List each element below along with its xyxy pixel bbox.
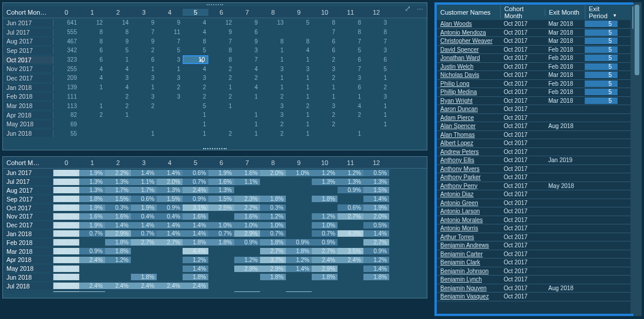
cell[interactable]: 3 (260, 66, 286, 72)
cell[interactable]: 7 (131, 29, 157, 35)
col-header[interactable]: 6 (208, 159, 234, 166)
cell[interactable]: 2.4% (79, 283, 105, 289)
table-row[interactable]: Antonio GreenOct 2017 (437, 199, 638, 208)
cell[interactable]: 8 (363, 29, 389, 35)
cell[interactable]: 3 (260, 103, 286, 109)
cell[interactable]: 3 (260, 112, 286, 118)
cell[interactable]: 2 (105, 103, 131, 109)
cell[interactable]: 3 (157, 56, 183, 63)
table-row[interactable]: Jun 2017100.0%1.9%2.2%1.4%1.4%0.6%1.9%1.… (3, 169, 427, 177)
cell[interactable]: 1.5% (105, 196, 131, 202)
col-header[interactable]: 2 (105, 159, 131, 166)
cell[interactable]: 1 (286, 84, 312, 90)
row-label[interactable]: Jun 2018 (3, 274, 53, 281)
col-header[interactable]: 9 (286, 159, 312, 166)
cell[interactable]: 1.8% (79, 196, 105, 202)
cell[interactable]: 4 (105, 84, 131, 90)
table-row[interactable]: Aug 2018100.0%3.2%3.2%3.2% (3, 290, 427, 292)
col-header[interactable]: 1 (79, 9, 105, 16)
hdr-customer-names[interactable]: Customer Names (437, 9, 500, 16)
cell[interactable]: 2.9% (260, 266, 286, 272)
col-header[interactable]: 11 (338, 159, 363, 166)
cell[interactable]: 0.9% (312, 239, 338, 246)
row-label[interactable]: Apr 2018 (3, 256, 53, 263)
row-label[interactable]: Aug 2017 (3, 187, 53, 194)
focus-mode-icon[interactable]: ⤢ (404, 4, 411, 13)
table-row[interactable]: Dec 2017100.0%1.9%1.4%1.4%1.4%1.4%1.0%1.… (3, 221, 427, 230)
table-row[interactable]: Christopher WeaverOct 2017Mar 20185 (437, 37, 638, 46)
cell[interactable]: 100.0% (53, 230, 79, 237)
cell[interactable]: 7 (363, 38, 389, 45)
cell[interactable]: 4 (234, 66, 260, 72)
cell[interactable]: 9 (131, 19, 157, 26)
cell[interactable]: 1.2% (312, 170, 338, 176)
cell[interactable]: 1.3% (208, 187, 234, 193)
cell[interactable]: 5 (105, 47, 131, 53)
cell[interactable]: 1.2% (312, 213, 338, 220)
cell[interactable]: 2 (183, 84, 208, 90)
cell[interactable]: 3.5% (338, 248, 363, 254)
cell[interactable]: 100.0% (53, 257, 79, 263)
col-header[interactable]: 1 (79, 159, 105, 166)
cell[interactable]: 7 (338, 38, 363, 45)
cell[interactable]: 100.0% (53, 213, 79, 220)
table-row[interactable]: Benjamin JohnsonOct 2017 (437, 267, 638, 276)
table-row[interactable]: Phillip MedinaOct 2017Feb 20185 (437, 88, 638, 97)
cell[interactable]: 3.2% (234, 291, 260, 292)
cell[interactable]: 467 (53, 38, 79, 45)
cell[interactable]: 7 (338, 66, 363, 72)
table-row[interactable]: Nov 2017100.0%1.6%1.6%0.4%0.4%1.6%1.6%1.… (3, 212, 427, 221)
cell[interactable]: 1 (208, 84, 234, 90)
cell[interactable]: 1.8% (260, 196, 286, 202)
cell[interactable]: 2.4% (131, 283, 157, 289)
table-row[interactable]: Benjamin ClarkOct 2017 (437, 258, 638, 267)
cell[interactable]: 2.7% (157, 239, 183, 246)
cell[interactable]: 1.3% (338, 179, 363, 185)
cell[interactable]: 8 (105, 29, 131, 35)
cell[interactable]: 3 (105, 75, 131, 81)
cell[interactable]: 2 (312, 112, 338, 118)
cell[interactable]: 1 (105, 56, 131, 63)
cell[interactable]: 8 (183, 38, 208, 45)
col-header[interactable]: 0 (53, 9, 79, 16)
cell[interactable]: 1 (286, 56, 312, 63)
cell[interactable]: 1 (338, 93, 363, 100)
table-row[interactable]: Jonathan WardOct 2017Feb 20185 (437, 54, 638, 63)
cell[interactable]: 2.9% (234, 266, 260, 272)
row-label[interactable]: May 2018 (3, 265, 53, 272)
table-row[interactable]: Benjamin LynchOct 2017 (437, 276, 638, 284)
row-label[interactable]: Oct 2017 (3, 204, 53, 211)
col-header[interactable]: 8 (260, 9, 286, 16)
table-row[interactable]: Jul 2018100.0%2.4%2.4%2.4%2.4%2.4% (3, 281, 427, 290)
cell[interactable]: 1 (131, 84, 157, 90)
cell[interactable]: 1.7% (131, 187, 157, 193)
cell[interactable]: 1.2% (234, 257, 260, 263)
cell[interactable]: 1.7% (105, 187, 131, 193)
cell[interactable]: 0.3% (105, 204, 131, 211)
cell[interactable]: 1.9% (79, 222, 105, 229)
cell[interactable]: 8 (208, 47, 234, 53)
hdr-exit-period[interactable]: Exit Period (585, 5, 618, 19)
cell[interactable]: 1.8% (312, 196, 338, 202)
cell[interactable]: 4 (79, 66, 105, 72)
cell[interactable]: 5 (363, 66, 389, 72)
cell[interactable]: 1 (157, 66, 183, 72)
table-row[interactable]: May 2018100.0%1.4%2.9%2.9%1.4%2.9%1.4% (3, 264, 427, 273)
cell[interactable]: 1 (183, 121, 208, 127)
cell[interactable]: 113 (53, 103, 79, 109)
cell[interactable]: 8 (260, 38, 286, 45)
cell[interactable]: 9 (157, 19, 183, 26)
table-row[interactable]: Sep 2017342652558314653 (3, 46, 427, 55)
cell[interactable]: 0.9% (234, 239, 260, 246)
row-label[interactable]: Feb 2018 (3, 93, 53, 100)
table-row[interactable]: Oct 2017323616310↖8711266 (3, 55, 427, 65)
cell[interactable]: 1 (234, 121, 260, 127)
table-row[interactable]: Antonio MorrisOct 2017 (437, 224, 638, 233)
row-label[interactable]: Mar 2018 (3, 102, 53, 109)
cell[interactable]: 2.4% (79, 257, 105, 263)
cell[interactable]: 1 (363, 121, 389, 127)
cell[interactable]: 1 (234, 93, 260, 100)
row-label[interactable]: Nov 2017 (3, 65, 53, 72)
cell[interactable]: 0.6% (338, 204, 363, 211)
row-label[interactable]: Apr 2018 (3, 112, 53, 119)
